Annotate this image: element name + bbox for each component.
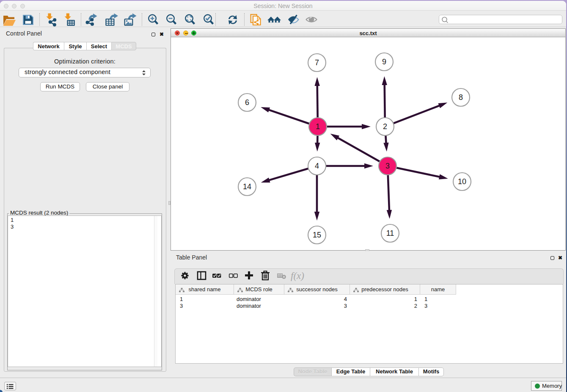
svg-text:7: 7 <box>315 58 319 67</box>
svg-text:f(x): f(x) <box>291 271 304 281</box>
svg-text:6: 6 <box>245 98 249 107</box>
svg-text:1: 1 <box>316 122 320 131</box>
svg-text:15: 15 <box>313 231 321 239</box>
svg-text:14: 14 <box>243 182 251 191</box>
svg-text:11: 11 <box>386 229 394 237</box>
svg-text:9: 9 <box>382 58 386 66</box>
svg-text:4: 4 <box>315 162 319 170</box>
svg-text:3: 3 <box>385 162 390 170</box>
svg-text:10: 10 <box>458 177 466 186</box>
svg-text:8: 8 <box>459 93 463 102</box>
svg-text:2: 2 <box>383 122 387 131</box>
